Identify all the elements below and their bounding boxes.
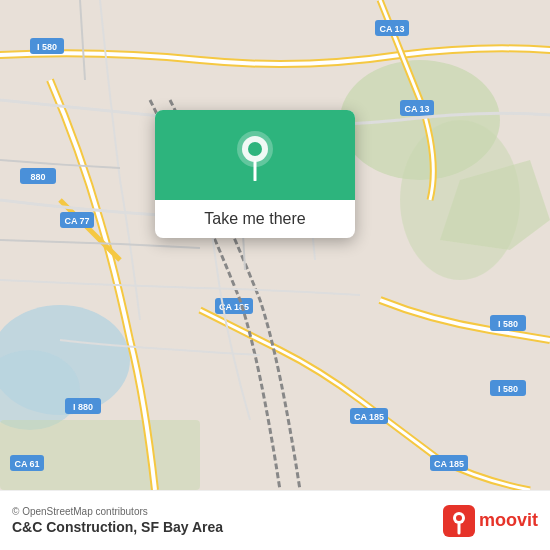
svg-point-33 — [248, 142, 262, 156]
svg-text:CA 13: CA 13 — [404, 104, 429, 114]
card-icon-area — [155, 110, 355, 200]
map-container: I 580 CA 13 CA 13 880 I 880 I 580 I 580 … — [0, 0, 550, 490]
svg-text:CA 61: CA 61 — [14, 459, 39, 469]
moovit-icon — [443, 505, 475, 537]
moovit-logo: moovit — [443, 505, 538, 537]
svg-text:CA 77: CA 77 — [64, 216, 89, 226]
svg-point-36 — [456, 515, 462, 521]
svg-text:I 580: I 580 — [37, 42, 57, 52]
location-card: Take me there — [155, 110, 355, 238]
location-info: © OpenStreetMap contributors C&C Constru… — [12, 506, 223, 535]
map-attribution: © OpenStreetMap contributors — [12, 506, 223, 517]
svg-text:CA 13: CA 13 — [379, 24, 404, 34]
svg-text:I 580: I 580 — [498, 384, 518, 394]
svg-text:CA 185: CA 185 — [434, 459, 464, 469]
svg-text:880: 880 — [30, 172, 45, 182]
card-action-area[interactable]: Take me there — [155, 200, 355, 238]
take-me-there-button[interactable]: Take me there — [204, 210, 305, 227]
bottom-bar: © OpenStreetMap contributors C&C Constru… — [0, 490, 550, 550]
svg-text:I 880: I 880 — [73, 402, 93, 412]
place-name: C&C Construction, SF Bay Area — [12, 519, 223, 535]
svg-text:CA 185: CA 185 — [354, 412, 384, 422]
moovit-label: moovit — [479, 510, 538, 531]
svg-text:I 580: I 580 — [498, 319, 518, 329]
location-pin-icon — [233, 129, 277, 181]
